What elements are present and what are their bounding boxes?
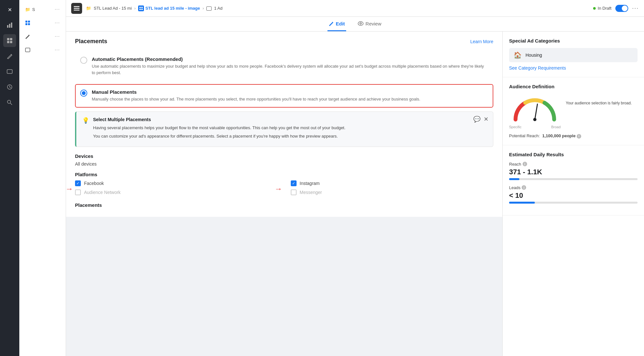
automatic-label: Automatic Placements (Recommended) <box>92 56 488 62</box>
platforms-section: Platforms → → Facebook Inst <box>75 172 493 195</box>
reach-label: Reach i <box>509 162 638 167</box>
sidebar-panel: 📁 S ··· ··· ··· ··· <box>19 0 66 356</box>
gauge-wrapper: Specific Broad <box>509 94 561 129</box>
close-info-icon[interactable]: ✕ <box>484 116 488 123</box>
more-button[interactable]: ··· <box>632 5 639 12</box>
info-box-title: Select Multiple Placements <box>93 117 487 122</box>
manual-desc: Manually choose the places to show your … <box>92 96 420 102</box>
svg-point-26 <box>533 118 536 121</box>
facebook-checkbox[interactable] <box>75 180 81 186</box>
comment-icon[interactable]: 💬 <box>473 116 480 123</box>
campaigns-icon[interactable] <box>3 34 16 47</box>
adset-crumb[interactable]: STL lead ad 15 mile - image <box>138 5 200 11</box>
tab-review[interactable]: Review <box>356 17 383 31</box>
manual-radio-btn[interactable] <box>80 90 87 97</box>
svg-point-24 <box>360 23 362 24</box>
estimated-title: Estimated Daily Results <box>509 152 638 157</box>
devices-section: Devices All devices <box>75 153 493 167</box>
leads-label-info[interactable]: i <box>522 185 526 190</box>
rectangle-icon <box>25 48 30 52</box>
ad-icon[interactable] <box>3 65 16 78</box>
gauge-chart <box>509 94 561 123</box>
reach-info-icon[interactable]: i <box>577 134 581 139</box>
campaign-crumb[interactable]: STL Lead Ad - 15 mi <box>94 6 132 11</box>
svg-rect-20 <box>139 9 141 10</box>
grid-icon <box>25 20 30 25</box>
automatic-desc: Use automatic placements to maximize you… <box>92 63 488 76</box>
platforms-wrapper: → → Facebook Instagram <box>75 180 493 195</box>
reach-bar <box>509 178 638 180</box>
audience-network-checkbox[interactable] <box>75 189 81 195</box>
placements-sub-title: Placements <box>75 202 493 208</box>
svg-rect-1 <box>9 24 10 28</box>
more-dots-2[interactable]: ··· <box>55 20 60 26</box>
reach-label-info[interactable]: i <box>523 162 527 166</box>
review-tab-icon <box>358 21 364 26</box>
messenger-checkbox[interactable] <box>291 189 297 195</box>
tab-bar: Edit Review <box>66 17 644 32</box>
folder-icon: 📁 <box>25 7 30 12</box>
sidebar-item-campaigns[interactable]: ··· <box>21 17 64 29</box>
platform-audience-network[interactable]: Audience Network <box>75 189 278 195</box>
svg-rect-19 <box>141 7 143 8</box>
automatic-placement-option[interactable]: Automatic Placements (Recommended) Use a… <box>75 51 493 81</box>
sidebar-item-label: S <box>32 7 35 12</box>
svg-rect-22 <box>207 7 212 11</box>
sidebar-item-ad[interactable]: ··· <box>21 44 64 56</box>
more-dots-4[interactable]: ··· <box>55 47 60 53</box>
svg-point-23 <box>358 22 363 25</box>
potential-reach: Potential Reach: 1,100,000 people i <box>509 133 638 139</box>
reach-bar-fill <box>509 178 519 180</box>
instagram-checkbox[interactable] <box>291 180 297 186</box>
svg-rect-18 <box>139 7 141 8</box>
info-box-text2: You can customize your ad's appearance f… <box>93 133 487 140</box>
breadcrumb: 📁 STL Lead Ad - 15 mi › STL lead ad 15 m… <box>86 5 593 11</box>
learn-more-link[interactable]: Learn More <box>470 39 493 44</box>
sidebar-item-edit[interactable]: ··· <box>21 30 64 43</box>
manual-placement-option[interactable]: Manual Placements Manually choose the pl… <box>75 84 493 108</box>
info-box: 💡 Select Multiple Placements Having seve… <box>75 111 493 147</box>
info-box-actions: 💬 ✕ <box>473 116 488 123</box>
platforms-title: Platforms <box>75 172 493 177</box>
content-area: Placements Learn More Automatic Placemen… <box>66 32 644 356</box>
manual-placement-content: Manual Placements Manually choose the pl… <box>92 89 420 102</box>
svg-rect-16 <box>74 8 80 9</box>
more-dots-3[interactable]: ··· <box>55 34 60 39</box>
adset-icon <box>138 5 144 11</box>
svg-rect-7 <box>7 70 12 73</box>
search-icon[interactable] <box>3 96 16 109</box>
svg-rect-13 <box>28 23 30 25</box>
ad-crumb: 1 Ad <box>206 6 223 11</box>
arrow-facebook: → <box>66 184 73 193</box>
automatic-radio-btn[interactable] <box>80 57 87 64</box>
close-icon[interactable]: ✕ <box>3 3 16 16</box>
main-area: 📁 STL Lead Ad - 15 mi › STL lead ad 15 m… <box>66 0 644 356</box>
svg-rect-21 <box>141 9 143 10</box>
special-ad-title: Special Ad Categories <box>509 38 638 43</box>
see-requirements-link[interactable]: See Category Requirements <box>509 65 566 71</box>
in-draft-badge: In Draft <box>593 6 611 11</box>
svg-rect-6 <box>10 41 12 43</box>
platform-facebook[interactable]: Facebook <box>75 180 278 186</box>
menu-icon[interactable] <box>71 3 82 14</box>
more-dots[interactable]: ··· <box>55 6 60 12</box>
platform-instagram[interactable]: Instagram <box>291 180 494 186</box>
edit-nav-icon[interactable] <box>3 50 16 63</box>
audience-title: Audience Definition <box>509 84 638 89</box>
pencil-icon <box>25 34 30 39</box>
folder-breadcrumb-icon: 📁 <box>86 6 91 11</box>
tab-edit[interactable]: Edit <box>327 17 346 31</box>
right-sidebar: Special Ad Categories 🏠 Housing See Cate… <box>502 32 644 356</box>
platform-messenger[interactable]: Messenger <box>291 189 494 195</box>
sidebar-item-folder[interactable]: 📁 S ··· <box>21 3 64 15</box>
devices-title: Devices <box>75 153 493 159</box>
sep1: › <box>134 6 136 11</box>
clock-icon[interactable] <box>3 81 16 93</box>
analytics-icon[interactable] <box>3 19 16 32</box>
svg-line-25 <box>535 104 537 120</box>
special-ad-section: Special Ad Categories 🏠 Housing See Cate… <box>503 32 644 77</box>
draft-toggle[interactable] <box>615 5 628 12</box>
top-nav: 📁 STL Lead Ad - 15 mi › STL lead ad 15 m… <box>66 0 644 17</box>
svg-rect-15 <box>74 6 80 7</box>
leads-label: Leads i <box>509 185 638 190</box>
